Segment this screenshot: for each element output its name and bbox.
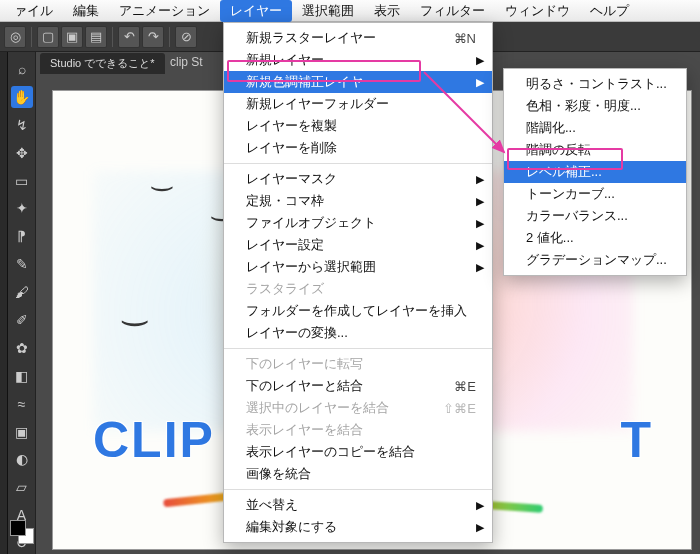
layer-menu-item[interactable]: フォルダーを作成してレイヤーを挿入 bbox=[224, 300, 492, 322]
layer-menu-item[interactable]: ファイルオブジェクト▶ bbox=[224, 212, 492, 234]
menu-item-label: 定規・コマ枠 bbox=[246, 192, 324, 210]
brush-tool-icon[interactable]: 🖌 bbox=[11, 281, 33, 303]
menu-animation[interactable]: アニメーション bbox=[109, 0, 220, 22]
layer-menu-item: 下のレイヤーに転写 bbox=[224, 353, 492, 375]
tone-submenu-item[interactable]: 階調化... bbox=[504, 117, 686, 139]
submenu-arrow-icon: ▶ bbox=[476, 54, 484, 67]
fg-color[interactable] bbox=[10, 520, 26, 536]
menu-item-label: トーンカーブ... bbox=[526, 185, 615, 203]
submenu-arrow-icon: ▶ bbox=[476, 195, 484, 208]
menu-item-label: 選択中のレイヤーを結合 bbox=[246, 399, 389, 417]
tone-submenu-item[interactable]: 2 値化... bbox=[504, 227, 686, 249]
menu-item-label: レイヤーマスク bbox=[246, 170, 337, 188]
magnify-tool-icon[interactable]: ⌕ bbox=[11, 58, 33, 80]
shape-tool-icon[interactable]: ▱ bbox=[11, 476, 33, 498]
menu-item-label: 画像を統合 bbox=[246, 465, 311, 483]
menu-item-label: カラーバランス... bbox=[526, 207, 628, 225]
move-layer-tool-icon[interactable]: ✥ bbox=[11, 142, 33, 164]
eyedropper-tool-icon[interactable]: ⁋ bbox=[11, 225, 33, 247]
menu-view[interactable]: 表示 bbox=[364, 0, 410, 22]
layer-menu-item[interactable]: レイヤーの変換... bbox=[224, 322, 492, 344]
menu-selection[interactable]: 選択範囲 bbox=[292, 0, 364, 22]
layer-menu-item[interactable]: 新規レイヤー▶ bbox=[224, 49, 492, 71]
menu-item-label: グラデーションマップ... bbox=[526, 251, 667, 269]
collapse-strip[interactable] bbox=[0, 52, 8, 554]
layer-menu-item[interactable]: 並べ替え▶ bbox=[224, 494, 492, 516]
menu-item-shortcut: ⌘N bbox=[430, 31, 476, 46]
layer-menu-item: 表示レイヤーを結合 bbox=[224, 419, 492, 441]
menu-item-label: レイヤー設定 bbox=[246, 236, 324, 254]
menu-item-label: 表示レイヤーを結合 bbox=[246, 421, 363, 439]
menu-item-label: レイヤーから選択範囲 bbox=[246, 258, 376, 276]
layer-menu-item[interactable]: 編集対象にする▶ bbox=[224, 516, 492, 538]
canvas-text-clip: CLIP bbox=[93, 411, 215, 469]
marquee-tool-icon[interactable]: ▭ bbox=[11, 170, 33, 192]
layer-menu-item[interactable]: 新規レイヤーフォルダー bbox=[224, 93, 492, 115]
menu-item-label: 階調の反転 bbox=[526, 141, 591, 159]
menu-item-label: 色相・彩度・明度... bbox=[526, 97, 641, 115]
eraser-tool-icon[interactable]: ◧ bbox=[11, 365, 33, 387]
layer-menu-item[interactable]: レイヤーマスク▶ bbox=[224, 168, 492, 190]
app-title: clip St bbox=[170, 55, 203, 69]
menu-filter[interactable]: フィルター bbox=[410, 0, 495, 22]
bird-icon: ⌣ bbox=[119, 301, 150, 340]
submenu-arrow-icon: ▶ bbox=[476, 173, 484, 186]
airbrush-tool-icon[interactable]: ✐ bbox=[11, 309, 33, 331]
open-icon[interactable]: ▣ bbox=[61, 26, 83, 48]
undo-icon[interactable]: ↶ bbox=[118, 26, 140, 48]
tone-submenu-item[interactable]: 明るさ・コントラスト... bbox=[504, 73, 686, 95]
menu-item-label: 並べ替え bbox=[246, 496, 298, 514]
tone-submenu-item[interactable]: レベル補正... bbox=[504, 161, 686, 183]
menu-file[interactable]: ァイル bbox=[4, 0, 63, 22]
new-icon[interactable]: ▢ bbox=[37, 26, 59, 48]
redo-icon[interactable]: ↷ bbox=[142, 26, 164, 48]
layer-menu-item: ラスタライズ bbox=[224, 278, 492, 300]
menu-item-label: 表示レイヤーのコピーを結合 bbox=[246, 443, 415, 461]
menu-item-label: レイヤーの変換... bbox=[246, 324, 348, 342]
menu-item-label: 新規色調補正レイヤー bbox=[246, 73, 376, 91]
tone-correction-submenu: 明るさ・コントラスト...色相・彩度・明度...階調化...階調の反転レベル補正… bbox=[503, 68, 687, 276]
fill-tool-icon[interactable]: ▣ bbox=[11, 421, 33, 443]
layer-menu-item[interactable]: レイヤーを複製 bbox=[224, 115, 492, 137]
save-icon[interactable]: ▤ bbox=[85, 26, 107, 48]
menu-layer[interactable]: レイヤー bbox=[220, 0, 292, 22]
layer-menu-item[interactable]: 定規・コマ枠▶ bbox=[224, 190, 492, 212]
layer-menu-item[interactable]: レイヤーを削除 bbox=[224, 137, 492, 159]
submenu-arrow-icon: ▶ bbox=[476, 521, 484, 534]
layer-menu-item[interactable]: 新規色調補正レイヤー▶ bbox=[224, 71, 492, 93]
layer-menu-item[interactable]: 下のレイヤーと結合⌘E bbox=[224, 375, 492, 397]
layer-menu-item[interactable]: 新規ラスターレイヤー⌘N bbox=[224, 27, 492, 49]
submenu-arrow-icon: ▶ bbox=[476, 499, 484, 512]
tone-submenu-item[interactable]: 色相・彩度・明度... bbox=[504, 95, 686, 117]
tool-sidebar: ⌕ ✋ ↯ ✥ ▭ ✦ ⁋ ✎ 🖌 ✐ ✿ ◧ ≈ ▣ ◐ ▱ A ↺ bbox=[8, 52, 36, 554]
menu-help[interactable]: ヘルプ bbox=[580, 0, 639, 22]
tone-submenu-item[interactable]: グラデーションマップ... bbox=[504, 249, 686, 271]
layer-menu-item[interactable]: 表示レイヤーのコピーを結合 bbox=[224, 441, 492, 463]
color-swatch[interactable] bbox=[10, 520, 34, 544]
layer-menu-item[interactable]: レイヤーから選択範囲▶ bbox=[224, 256, 492, 278]
tone-submenu-item[interactable]: 階調の反転 bbox=[504, 139, 686, 161]
gradient-tool-icon[interactable]: ◐ bbox=[11, 448, 33, 470]
wand-tool-icon[interactable]: ✦ bbox=[11, 197, 33, 219]
menu-item-label: 下のレイヤーに転写 bbox=[246, 355, 363, 373]
decoration-tool-icon[interactable]: ✿ bbox=[11, 337, 33, 359]
menu-item-label: ラスタライズ bbox=[246, 280, 324, 298]
submenu-arrow-icon: ▶ bbox=[476, 239, 484, 252]
layer-menu-item[interactable]: レイヤー設定▶ bbox=[224, 234, 492, 256]
menu-window[interactable]: ウィンドウ bbox=[495, 0, 580, 22]
hand-tool-icon[interactable]: ✋ bbox=[11, 86, 33, 108]
clear-icon[interactable]: ⊘ bbox=[175, 26, 197, 48]
pen-tool-icon[interactable]: ✎ bbox=[11, 253, 33, 275]
menu-edit[interactable]: 編集 bbox=[63, 0, 109, 22]
tone-submenu-item[interactable]: カラーバランス... bbox=[504, 205, 686, 227]
tone-submenu-item[interactable]: トーンカーブ... bbox=[504, 183, 686, 205]
clip-studio-icon[interactable]: ◎ bbox=[4, 26, 26, 48]
menu-item-label: レイヤーを削除 bbox=[246, 139, 337, 157]
document-tab[interactable]: Studio でできること* bbox=[40, 53, 165, 74]
menu-item-shortcut: ⌘E bbox=[430, 379, 476, 394]
submenu-arrow-icon: ▶ bbox=[476, 261, 484, 274]
blend-tool-icon[interactable]: ≈ bbox=[11, 393, 33, 415]
operation-tool-icon[interactable]: ↯ bbox=[11, 114, 33, 136]
layer-dropdown: 新規ラスターレイヤー⌘N新規レイヤー▶新規色調補正レイヤー▶新規レイヤーフォルダ… bbox=[223, 22, 493, 543]
layer-menu-item[interactable]: 画像を統合 bbox=[224, 463, 492, 485]
